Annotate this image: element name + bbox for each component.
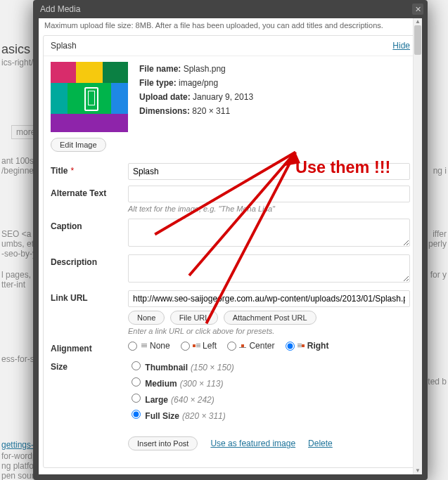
- title-input[interactable]: [128, 163, 410, 180]
- bg-text: -seo-by-y: [1, 249, 37, 259]
- align-right-radio[interactable]: Right: [286, 341, 329, 351]
- scroll-up-icon[interactable]: ▲: [414, 18, 422, 25]
- alt-input[interactable]: [128, 186, 410, 202]
- upload-hint: Maximum upload file size: 8MB. After a f…: [39, 18, 422, 32]
- size-label: Size: [51, 359, 128, 372]
- modal-header: Add Media ✕: [33, 0, 428, 18]
- linkurl-file-button[interactable]: File URL: [170, 311, 219, 325]
- edit-image-button[interactable]: Edit Image: [51, 138, 106, 152]
- caption-input[interactable]: [128, 219, 410, 247]
- scroll-down-icon[interactable]: ▼: [414, 467, 422, 474]
- media-item-body: File name: Splash.png File type: image/p…: [44, 56, 417, 467]
- align-center-icon: [239, 343, 246, 349]
- close-icon[interactable]: ✕: [412, 4, 423, 15]
- bg-text: ng platfor: [1, 461, 37, 471]
- description-label: Description: [51, 254, 128, 267]
- media-item-header: Splash Hide: [44, 36, 417, 56]
- size-full-radio[interactable]: Full Size(820 × 311): [128, 408, 410, 421]
- media-thumbnail: [51, 62, 128, 132]
- modal-scrollbar[interactable]: ▲ ▼: [413, 18, 422, 474]
- caption-label: Caption: [51, 219, 128, 231]
- align-none-radio[interactable]: None: [128, 341, 170, 351]
- alt-label: Alternate Text: [51, 186, 128, 198]
- size-thumb-radio[interactable]: Thumbnail(150 × 150): [128, 359, 410, 372]
- bg-text: ant 100s: [1, 156, 34, 166]
- bg-text: ess-for-s: [1, 354, 34, 364]
- insert-into-post-button[interactable]: Insert into Post: [128, 436, 198, 450]
- linkurl-input[interactable]: [128, 290, 410, 307]
- modal-title: Add Media: [40, 4, 80, 14]
- size-large-radio[interactable]: Large(640 × 242): [128, 391, 410, 405]
- media-item-name: Splash: [51, 41, 77, 51]
- align-center-radio[interactable]: Center: [227, 341, 274, 351]
- alignment-group: None Left Center Right: [128, 341, 410, 353]
- align-right-icon: [297, 343, 305, 349]
- add-media-modal: Add Media ✕ Maximum upload file size: 8M…: [33, 0, 428, 480]
- linkurl-help: Enter a link URL or click above for pres…: [128, 327, 410, 335]
- bg-link[interactable]: gettings-: [1, 440, 34, 450]
- bg-text: ng i: [433, 166, 447, 176]
- align-left-radio[interactable]: Left: [181, 341, 217, 351]
- description-input[interactable]: [128, 254, 410, 283]
- size-group: Thumbnail(150 × 150) Medium(300 × 113) L…: [128, 359, 410, 424]
- title-label: Title*: [51, 163, 128, 176]
- use-featured-link[interactable]: Use as featured image: [210, 439, 295, 448]
- media-item: Splash Hide File name: Splash.png: [43, 35, 418, 468]
- bg-text: iffer: [433, 229, 447, 239]
- bg-text: for y: [430, 270, 447, 280]
- bg-text: tter-int: [1, 280, 25, 290]
- scroll-thumb[interactable]: [414, 25, 421, 55]
- linkurl-post-button[interactable]: Attachment Post URL: [224, 311, 316, 325]
- size-medium-radio[interactable]: Medium(300 × 113): [128, 375, 410, 389]
- alt-help: Alt text for the image, e.g. "The Mona L…: [128, 205, 410, 213]
- linkurl-label: Link URL: [51, 290, 128, 303]
- alignment-label: Alignment: [51, 341, 128, 353]
- align-none-icon: [140, 343, 147, 349]
- media-meta: File name: Splash.png File type: image/p…: [128, 62, 410, 132]
- bg-text: perly: [428, 239, 447, 249]
- delete-link[interactable]: Delete: [308, 439, 333, 448]
- bg-text: l pages,: [1, 270, 31, 280]
- bg-text: ics-right/: [1, 58, 33, 67]
- align-left-icon: [193, 343, 200, 349]
- modal-body: Maximum upload file size: 8MB. After a f…: [39, 18, 422, 474]
- page-background: asics r ics-right/ more ant 100s /beginn…: [0, 0, 448, 480]
- linkurl-none-button[interactable]: None: [128, 311, 165, 325]
- bg-text: /beginner: [1, 166, 37, 176]
- hide-link[interactable]: Hide: [392, 41, 410, 51]
- phone-icon: [84, 87, 98, 111]
